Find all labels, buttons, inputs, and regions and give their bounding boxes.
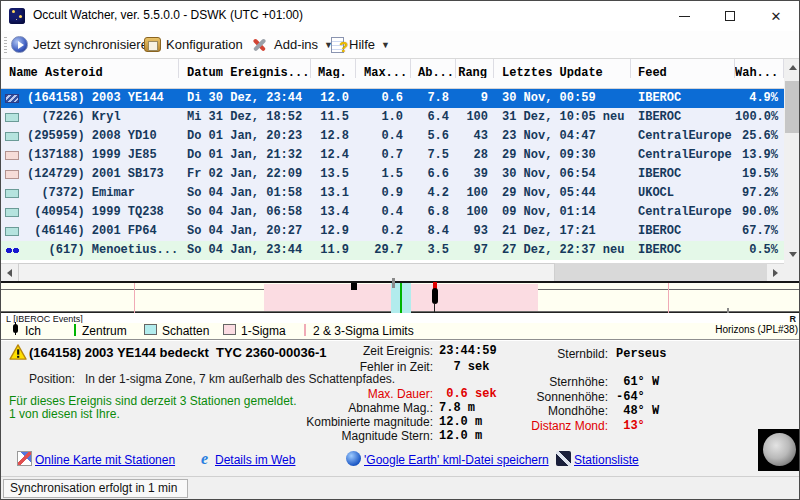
field-label: Sternbild: bbox=[478, 347, 608, 361]
sync-status-text: Synchronisation erfolgt in 1 min bbox=[3, 479, 188, 498]
cell-mag: 12.0 bbox=[311, 89, 356, 108]
column-header[interactable]: Rang bbox=[456, 59, 494, 78]
configuration-button[interactable]: Konfiguration bbox=[144, 31, 243, 58]
horizontal-scroll-thumb[interactable] bbox=[18, 263, 555, 282]
one-sigma-legend-icon bbox=[223, 324, 236, 335]
toolbar-grip[interactable] bbox=[4, 37, 7, 54]
cell-feed: IBEROC bbox=[631, 165, 735, 184]
table-row[interactable]: (137188) 1999 JE85Do 01 Jan, 21:3212.40.… bbox=[1, 146, 784, 165]
kml-save-link[interactable]: 'Google Earth' kml-Datei speichern bbox=[364, 453, 549, 467]
field-value: 7.8 m bbox=[439, 401, 475, 415]
cell-feed: IBEROC bbox=[631, 108, 735, 127]
cell-mag: 11.9 bbox=[311, 241, 356, 260]
cell-mag: 12.9 bbox=[311, 222, 356, 241]
help-menu-button[interactable]: Hilfe ▼ bbox=[331, 31, 390, 58]
cell-rang: 100 bbox=[456, 108, 494, 127]
asteroid-type-icon bbox=[5, 151, 19, 160]
moon-phase-image bbox=[758, 429, 800, 471]
cell-update: 31 Dez, 10:05 neu bbox=[494, 108, 631, 127]
sigma-limit-line bbox=[134, 283, 135, 313]
cell-feed: CentralEurope bbox=[631, 146, 735, 165]
titlebar: Occult Watcher, ver. 5.5.0.0 - DSWK (UTC… bbox=[1, 1, 799, 31]
cell-datum: Do 01 Jan, 21:32 bbox=[179, 146, 311, 165]
ephemeris-source-label: Horizons (JPL#38) bbox=[715, 324, 798, 335]
sync-now-label: Jetzt synchronisieren bbox=[33, 37, 155, 52]
table-row[interactable]: (7226) KrylMi 31 Dez, 18:5211.51.06.4100… bbox=[1, 108, 784, 127]
legend-sigma23-label: 2 & 3-Sigma Limits bbox=[313, 324, 414, 338]
field-label: Magnitude Stern: bbox=[233, 429, 433, 443]
table-row[interactable]: (7372) EmimarSo 04 Jan, 01:5813.10.94.21… bbox=[1, 184, 784, 203]
field-label: Mondhöhe: bbox=[478, 404, 608, 418]
cell-rang: 28 bbox=[456, 146, 494, 165]
column-header[interactable]: Name Asteroid bbox=[1, 59, 179, 78]
cell-name: (295959) 2008 YD10 bbox=[1, 127, 179, 146]
minimize-icon bbox=[679, 16, 690, 17]
field-value: 13° bbox=[616, 419, 645, 433]
cell-rang: 100 bbox=[456, 203, 494, 222]
field-label: Kombinierte magnitude: bbox=[233, 415, 433, 429]
vertical-scroll-thumb[interactable] bbox=[785, 81, 800, 133]
table-row[interactable]: (46146) 2001 FP64So 04 Jan, 20:2712.90.2… bbox=[1, 222, 784, 241]
plot-label-strip: L [IBEROC Events] R bbox=[1, 314, 800, 323]
minimize-button[interactable] bbox=[661, 1, 707, 31]
table-row[interactable]: (124729) 2001 SB173Fr 02 Jan, 22:0913.51… bbox=[1, 165, 784, 184]
scroll-left-button[interactable] bbox=[1, 264, 18, 281]
plot-legend: Ich Zentrum Schatten 1-Sigma 2 & 3-Sigma… bbox=[1, 323, 800, 340]
column-header[interactable]: Ab... bbox=[411, 59, 456, 78]
scroll-right-button[interactable] bbox=[767, 264, 784, 281]
asteroid-type-icon bbox=[5, 94, 19, 103]
occultation-timeline-plot[interactable] bbox=[1, 283, 800, 313]
column-header[interactable]: Wah... bbox=[735, 59, 784, 78]
table-row[interactable]: (617) Menoetius...So 04 Jan, 23:4411.929… bbox=[1, 241, 784, 260]
close-button[interactable]: ✕ bbox=[753, 1, 799, 31]
addins-menu-button[interactable]: Add-ins ▼ bbox=[250, 31, 333, 58]
column-header[interactable]: Feed bbox=[631, 59, 735, 78]
cell-wah: 97.2% bbox=[735, 184, 784, 203]
app-icon bbox=[9, 8, 25, 24]
asteroid-type-icon bbox=[5, 208, 19, 217]
your-station-text: 1 von diesen ist Ihre. bbox=[9, 407, 120, 421]
web-details-link[interactable]: Details im Web bbox=[215, 453, 295, 467]
cell-update: 30 Nov, 00:59 bbox=[494, 89, 631, 108]
cell-mag: 12.4 bbox=[311, 146, 356, 165]
column-header[interactable]: Mag. bbox=[311, 59, 356, 78]
cell-update: 29 Nov, 05:44 bbox=[494, 184, 631, 203]
asteroid-type-icon bbox=[5, 132, 19, 141]
scroll-up-button[interactable] bbox=[784, 59, 800, 76]
field-label: Distanz Mond: bbox=[478, 419, 608, 433]
close-icon: ✕ bbox=[771, 9, 782, 24]
field-label: Sonnenhöhe: bbox=[478, 390, 608, 404]
table-row[interactable]: (295959) 2008 YD10Do 01 Jan, 20:2312.80.… bbox=[1, 127, 784, 146]
table-row[interactable]: (40954) 1999 TQ238So 04 Jan, 06:5813.40.… bbox=[1, 203, 784, 222]
scroll-down-button[interactable] bbox=[784, 246, 800, 263]
cell-name: (164158) 2003 YE144 bbox=[1, 89, 179, 108]
bottom-tick bbox=[727, 308, 729, 313]
field-label: Abnahme Mag.: bbox=[233, 401, 433, 415]
maximize-icon bbox=[725, 11, 735, 21]
cell-mag: 13.1 bbox=[311, 184, 356, 203]
table-header[interactable]: Name AsteroidDatum Ereignis...Mag.Max...… bbox=[1, 59, 784, 89]
column-header[interactable]: Letztes Update bbox=[494, 59, 631, 78]
station-list-link[interactable]: Stationsliste bbox=[574, 453, 639, 467]
field-value: 61° W bbox=[616, 375, 659, 389]
column-header[interactable]: Datum Ereignis... bbox=[179, 59, 311, 78]
online-map-link[interactable]: Online Karte mit Stationen bbox=[35, 453, 175, 467]
station-marker bbox=[351, 283, 357, 290]
position-text: Position: In der 1-sigma Zone, 7 km auße… bbox=[29, 372, 395, 386]
arrow-right-icon bbox=[773, 269, 778, 277]
maximize-button[interactable] bbox=[707, 1, 753, 31]
cell-ab: 6.4 bbox=[411, 108, 456, 127]
map-icon bbox=[17, 451, 32, 466]
sync-now-button[interactable]: Jetzt synchronisieren bbox=[11, 31, 155, 58]
column-header[interactable]: Max... bbox=[356, 59, 411, 78]
field-value: 48° W bbox=[616, 404, 659, 418]
cell-ab: 6.8 bbox=[411, 203, 456, 222]
vertical-scrollbar[interactable] bbox=[784, 59, 800, 263]
cell-wah: 90.0% bbox=[735, 203, 784, 222]
field-value: Perseus bbox=[616, 347, 666, 361]
field-value: 12.0 m bbox=[439, 429, 482, 443]
table-row[interactable]: (164158) 2003 YE144Di 30 Dez, 23:4412.00… bbox=[1, 89, 784, 108]
warning-icon bbox=[9, 344, 27, 360]
legend-ich-label: Ich bbox=[25, 324, 41, 338]
cell-feed: CentralEurope bbox=[631, 127, 735, 146]
